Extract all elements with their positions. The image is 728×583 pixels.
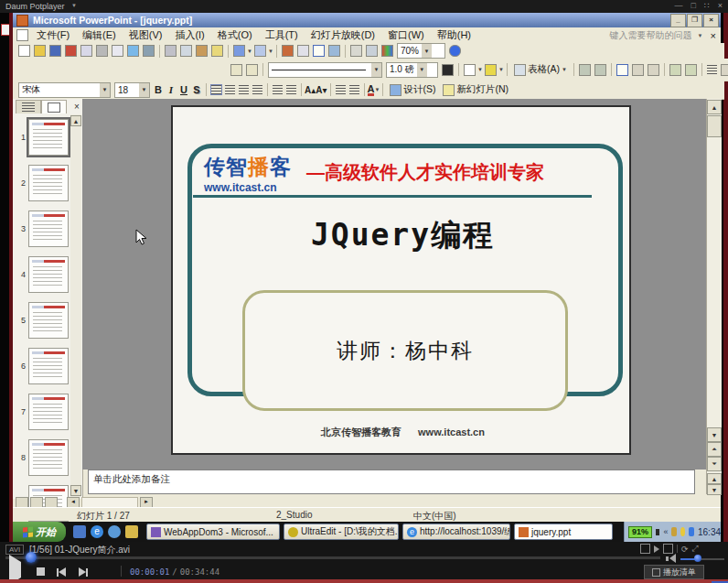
draw-table-icon[interactable] [230,64,242,76]
align-center-icon[interactable] [225,85,235,94]
menu-window[interactable]: 窗口(W) [381,27,431,43]
bold-button[interactable]: B [152,84,165,95]
ppt-restore-icon[interactable]: ❐ [687,14,702,27]
task-localhost[interactable]: ehttp://localhost:1039/练... [402,524,510,540]
slide-thumbnail[interactable] [28,439,69,476]
font-select[interactable]: 宋体▼ [18,82,111,98]
media-quicklaunch-icon[interactable] [125,525,138,538]
ab-repeat-b-icon[interactable] [663,544,673,554]
email-icon[interactable] [80,45,92,57]
undo-dropdown-icon[interactable]: ▼ [247,49,252,54]
scroll-thumb[interactable] [707,115,722,137]
line-style-select[interactable]: ▼ [268,62,382,78]
shadow-button[interactable]: S [190,84,203,95]
formatting-marks-icon[interactable] [350,45,362,57]
font-color-icon[interactable]: A [368,84,375,96]
playlist-button[interactable]: 播放清单 [644,565,704,579]
open-icon[interactable] [34,45,46,57]
help-question-input[interactable]: 键入需要帮助的问题 [610,29,692,42]
task-ultraedit[interactable]: UltraEdit - [D:\我的文档... [284,524,399,540]
slide-thumbnail[interactable] [28,394,69,430]
slides-tab[interactable] [41,100,67,113]
table-option-icon[interactable] [721,64,728,76]
tray-key-icon[interactable] [671,527,677,536]
paste-icon[interactable] [196,45,208,57]
task-jquery-ppt[interactable]: jquery.ppt [514,524,613,540]
menubar-close-icon[interactable]: × [711,30,716,41]
status-language[interactable]: 中文(中国) [413,510,456,523]
distribute-columns-icon[interactable] [685,64,697,76]
start-button[interactable]: 开始 [13,522,66,542]
player-close-icon[interactable]: × [718,1,723,10]
notes-scroll-up-icon[interactable]: ▲ [707,473,722,484]
underline-button[interactable]: U [177,84,190,95]
spelling-icon[interactable] [127,45,139,57]
align-left-icon[interactable] [211,85,221,94]
bullets-icon[interactable] [286,85,296,94]
design-button[interactable]: 设计(S) [386,82,439,97]
slide-thumbnail[interactable] [28,256,69,293]
thumb-scroll-up-icon[interactable]: ▲ [70,115,81,126]
cut-icon[interactable] [165,45,177,57]
seek-knob[interactable] [26,552,37,563]
new-icon[interactable] [18,45,30,57]
slide-thumbnail[interactable] [28,302,69,339]
research-icon[interactable] [143,45,155,57]
task-webappdom3[interactable]: WebAppDom3 - Microsof... [146,524,280,540]
decrease-font-icon[interactable]: A▾ [316,85,327,95]
taskbar-clock[interactable]: 16:34 [698,527,721,537]
potplayer-title[interactable]: Daum Potplayer [5,2,65,11]
seek-bar[interactable] [5,556,660,559]
volume-icon[interactable] [666,554,676,563]
hyperlink-icon[interactable] [328,45,340,57]
distribute-text-icon[interactable] [252,85,262,94]
border-dropdown-icon[interactable]: ▼ [477,67,483,72]
internet-explorer-icon[interactable]: e [91,525,103,538]
text-direction-icon[interactable] [707,65,717,74]
increase-font-icon[interactable]: A▴ [305,85,316,95]
player-maximize-icon[interactable]: □ [691,1,696,10]
previous-slide-icon[interactable]: ⏶ [707,442,722,457]
notes-pane[interactable]: 单击此处添加备注 [88,470,695,494]
numbering-icon[interactable] [273,85,283,94]
eraser-icon[interactable] [246,64,258,76]
fill-dropdown-icon[interactable]: ▼ [498,67,504,72]
panel-close-icon[interactable]: × [74,102,80,112]
line-weight-select[interactable]: 1.0 磅▼ [386,62,438,78]
scroll-down-icon[interactable]: ▼ [707,427,722,442]
format-painter-icon[interactable] [211,45,223,57]
next-button[interactable] [79,567,88,577]
slide-thumbnail[interactable] [28,211,69,247]
menu-slideshow[interactable]: 幻灯片放映(D) [305,27,381,43]
align-right-icon[interactable] [239,85,249,94]
document-icon[interactable] [16,29,28,41]
font-color-dropdown-icon[interactable]: ▼ [374,87,380,92]
help-dropdown-icon[interactable]: ▼ [698,33,703,38]
help-icon[interactable] [449,45,461,57]
save-icon[interactable] [49,45,61,57]
menu-edit[interactable]: 编辑(E) [76,27,123,43]
table-menu-button[interactable]: 表格(A)▼ [510,62,571,77]
menu-help[interactable]: 帮助(H) [431,27,477,43]
volume-knob[interactable] [694,555,701,562]
slide-thumbnail[interactable] [28,165,69,201]
center-vertically-icon[interactable] [632,64,644,76]
play-button[interactable] [9,562,21,578]
menu-insert[interactable]: 插入(I) [168,27,210,43]
potplayer-menu-arrow-icon[interactable]: ▼ [71,3,77,8]
slide-thumbnail[interactable] [28,119,69,156]
slide-thumbnail[interactable] [28,348,69,384]
player-minimize-icon[interactable]: — [675,1,683,10]
redo-icon[interactable] [254,45,266,57]
copy-icon[interactable] [180,45,192,57]
previous-button[interactable] [57,567,66,577]
merge-cells-icon[interactable] [579,64,591,76]
color-view-icon[interactable] [381,45,393,57]
scroll-up-icon[interactable]: ▲ [707,100,722,114]
align-top-icon[interactable] [616,64,628,76]
decrease-indent-icon[interactable] [336,85,346,94]
insert-chart-icon[interactable] [282,45,294,57]
menu-format[interactable]: 格式(O) [211,27,259,43]
print-icon[interactable] [96,45,108,57]
next-slide-icon[interactable]: ⏷ [707,457,722,471]
